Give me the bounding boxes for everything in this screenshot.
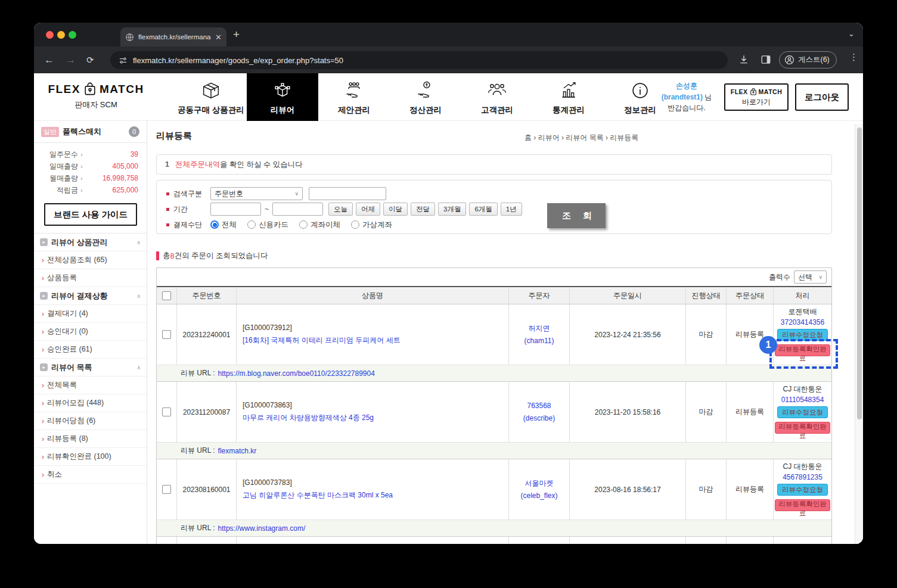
period-start-input[interactable] (210, 203, 261, 216)
product-link[interactable]: 고님 히알루론산 수분폭탄 마스크팩 30ml x 5ea (243, 490, 393, 500)
sidebar-stat-row[interactable]: 월매출량›16,998,758 (40, 172, 138, 184)
site-settings-tune-icon[interactable] (119, 56, 128, 65)
review-confirm-complete-button[interactable]: 리뷰등록확인완료 (775, 344, 830, 356)
payment-radio[interactable]: 계좌이체 (299, 220, 340, 230)
product-link[interactable]: 마무르 캐리어 차량용방향제색상 4종 25g (243, 413, 374, 423)
payment-radio[interactable]: 가상계좌 (351, 220, 392, 230)
collapse-caret-icon[interactable]: ∧ (136, 365, 141, 371)
output-count-select[interactable]: 선택∨ (794, 270, 827, 284)
notice-number: 1 (165, 160, 169, 169)
download-icon[interactable] (738, 54, 749, 65)
chevron-right-icon: › (80, 186, 83, 194)
collapse-caret-icon[interactable]: ∧ (136, 239, 141, 245)
period-preset-button[interactable]: 1년 (501, 203, 522, 216)
tracking-number-link[interactable]: 4567891235 (783, 473, 822, 481)
payment-radio[interactable]: 전체 (210, 220, 237, 230)
select-all-checkbox[interactable] (162, 291, 171, 300)
nav-item-customers[interactable]: 고객관리 (461, 73, 533, 121)
tracking-number-link[interactable]: 37203414356 (781, 318, 824, 326)
tab-search-chevron-icon[interactable]: ⌄ (848, 29, 855, 38)
logout-button[interactable]: 로그아웃 (795, 83, 849, 111)
period-preset-button[interactable]: 6개월 (469, 203, 497, 216)
browser-tab[interactable]: flexmatch.kr/sellermanager/g ✕ (120, 27, 226, 46)
review-edit-request-button[interactable]: 리뷰수정요청 (777, 406, 828, 418)
sidebar-item[interactable]: ›리뷰어모집 (448) (34, 394, 147, 412)
sidebar-item[interactable]: ›전체상품조회 (65) (34, 251, 147, 269)
back-button[interactable]: ← (44, 54, 54, 66)
forward-button[interactable]: → (66, 54, 76, 66)
sidebar-item[interactable]: ›결제대기 (4) (34, 305, 147, 323)
brand-count-badge: 0 (129, 126, 139, 137)
sidebar-section[interactable]: ▸리뷰어 목록∧ (34, 359, 147, 377)
review-edit-request-button[interactable]: 리뷰수정요청 (777, 484, 828, 496)
orderer-link[interactable]: 서울마켓 (celeb_flex) (509, 459, 570, 519)
nav-item-proposal[interactable]: 제안관리 (318, 73, 390, 121)
period-preset-button[interactable]: 3개월 (438, 203, 466, 216)
page-scrollbar-track[interactable] (855, 124, 863, 544)
flexmatch-shortcut-button[interactable]: FLEX MATCH 바로가기 (724, 83, 789, 111)
result-count-line: 총 8건의 주문이 조회되었습니다 (156, 251, 832, 261)
row-checkbox[interactable] (162, 407, 171, 416)
window-minimize-button[interactable] (57, 31, 65, 39)
new-tab-button[interactable]: + (233, 28, 240, 41)
site-logo[interactable]: FLEX MATCH 판매자 SCM (42, 82, 150, 110)
tab-close-icon[interactable]: ✕ (215, 33, 222, 42)
nav-item-group-goods[interactable]: 공동구매 상품관리 (175, 73, 247, 121)
sidebar-section[interactable]: ▸리뷰어 결제상황∧ (34, 287, 147, 305)
address-bar[interactable]: flexmatch.kr/sellermanager/goods_e/exp_o… (110, 51, 728, 69)
payment-radio[interactable]: 신용카드 (247, 220, 288, 230)
radio-icon (351, 220, 359, 229)
sidebar-stat-row[interactable]: 일매출량›405,000 (40, 160, 138, 172)
row-checkbox[interactable] (162, 330, 171, 339)
nav-item-settlement[interactable]: 정산관리 (390, 73, 461, 121)
side-panel-icon[interactable] (761, 54, 771, 65)
review-url-link[interactable]: https://m.blog.naver.com/boe0110/2233227… (218, 369, 375, 378)
sidebar-section[interactable]: ▸리뷰어 상품관리∧ (34, 234, 147, 251)
window-zoom-button[interactable] (69, 31, 76, 39)
window-close-button[interactable] (46, 31, 54, 39)
product-link[interactable]: [16회차] 국제특허 이테리 프리미엄 두피케어 세트 (243, 335, 401, 346)
sidebar-item[interactable]: ›리뷰등록 (8) (34, 430, 147, 448)
review-confirm-complete-button[interactable]: 리뷰등록확인완료 (775, 499, 830, 511)
sidebar-item[interactable]: ›리뷰어당첨 (6) (34, 412, 147, 430)
nav-item-reviewer[interactable]: 리뷰어 (247, 73, 318, 121)
collapse-caret-icon[interactable]: ∧ (136, 293, 141, 299)
row-checkbox[interactable] (162, 485, 171, 494)
period-preset-button[interactable]: 전달 (411, 203, 435, 216)
orderer-link[interactable]: 763568 (describe) (509, 382, 570, 442)
page-scrollbar-thumb[interactable] (857, 127, 862, 419)
sidebar-item[interactable]: ›승인대기 (0) (34, 323, 147, 341)
orderer-link[interactable]: 허지연 (cham11) (509, 304, 570, 365)
review-confirm-complete-button[interactable]: 리뷰등록확인완료 (775, 422, 830, 434)
annotation-badge: 1 (759, 336, 777, 354)
sidebar-item[interactable]: ›리뷰확인완료 (100) (34, 448, 147, 466)
notice-box: 1 전체주문내역을 확인 하실 수 있습니다 (156, 154, 832, 175)
sidebar-item[interactable]: ›취소 (34, 466, 147, 484)
user-name: 손성훈 (676, 82, 697, 90)
chevron-down-icon: ∨ (818, 274, 822, 280)
orderer-link[interactable]: 이동일 (samelee48) (509, 537, 570, 544)
people-group-icon (486, 79, 508, 102)
search-keyword-input[interactable] (309, 187, 386, 200)
period-preset-button[interactable]: 어제 (356, 203, 380, 216)
sidebar-item[interactable]: ›상품등록 (34, 269, 147, 287)
period-preset-button[interactable]: 오늘 (328, 203, 353, 216)
review-url-link[interactable]: flexmatch.kr (218, 447, 257, 455)
reload-button[interactable]: ⟳ (86, 55, 94, 66)
search-submit-button[interactable]: 조 회 (547, 203, 606, 228)
sidebar-item[interactable]: ›전체목록 (34, 377, 147, 394)
sidebar-stat-row[interactable]: 적립금›625,000 (40, 184, 138, 196)
tracking-number-link[interactable]: 01110548354 (781, 396, 824, 404)
browser-profile-button[interactable]: 게스트(6) (779, 51, 837, 69)
period-end-input[interactable] (272, 203, 323, 216)
brand-guide-button[interactable]: 브랜드 사용 가이드 (44, 203, 137, 226)
info-circle-icon (629, 79, 651, 102)
sidebar-stat-row[interactable]: 일주문수›39 (40, 148, 138, 160)
nav-item-statistics[interactable]: 통계관리 (533, 73, 604, 121)
radio-icon (210, 220, 219, 229)
period-preset-button[interactable]: 이달 (383, 203, 408, 216)
review-url-link[interactable]: https://www.instagram.com/ (218, 524, 306, 533)
sidebar-item[interactable]: ›승인완료 (61) (34, 341, 147, 359)
search-type-select[interactable]: 주문번호∨ (210, 187, 303, 200)
browser-menu-kebab-icon[interactable]: ⋮ (849, 52, 858, 63)
